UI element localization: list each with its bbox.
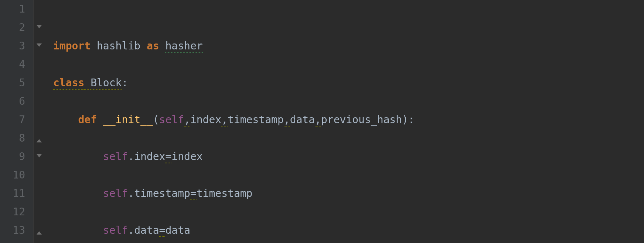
fold-close-icon[interactable] [36, 136, 42, 143]
line-number[interactable]: 1 [0, 0, 25, 18]
equals: = [165, 150, 171, 163]
equals: = [159, 224, 166, 237]
line-number[interactable]: 8 [0, 129, 25, 147]
value: index [171, 150, 202, 163]
line-number[interactable]: 4 [0, 55, 25, 74]
param: previous_hash [321, 114, 402, 126]
attr: index [134, 150, 165, 163]
comma: , [315, 114, 321, 126]
fold-open-icon[interactable] [36, 153, 42, 160]
equals: = [190, 187, 197, 200]
code-area[interactable]: import hashlib as hasher class Block: de… [45, 0, 644, 243]
param: data [290, 114, 315, 126]
func-name: __init__ [103, 114, 153, 126]
fold-open-icon[interactable] [36, 24, 42, 31]
line-number[interactable]: 11 [0, 184, 25, 203]
code-line[interactable]: class Block: [53, 74, 644, 92]
dot: . [128, 150, 134, 163]
module-name: hashlib [97, 40, 140, 52]
dot: . [128, 187, 134, 199]
line-number[interactable]: 2 [0, 18, 25, 37]
attr: timestamp [134, 187, 190, 199]
colon: : [408, 114, 415, 126]
keyword-as: as [147, 40, 159, 52]
line-number[interactable]: 5 [0, 74, 25, 92]
line-number[interactable]: 6 [0, 92, 25, 111]
fold-open-icon[interactable] [36, 43, 42, 49]
code-line[interactable]: self.data=data [53, 221, 644, 240]
code-line[interactable]: def __init__(self,index,timestamp,data,p… [53, 111, 644, 129]
keyword-def: def [78, 114, 97, 126]
param: index [190, 114, 221, 126]
comma: , [284, 114, 290, 126]
value: timestamp [197, 187, 253, 199]
self-ref: self [103, 187, 128, 199]
code-line[interactable]: self.timestamp=timestamp [53, 184, 644, 203]
line-number[interactable]: 12 [0, 203, 25, 221]
paren-open: ( [153, 114, 159, 126]
fold-close-icon[interactable] [36, 229, 42, 235]
comma: , [221, 114, 228, 126]
alias-name: hasher [165, 40, 202, 53]
keyword-import: import [53, 40, 91, 52]
dot: . [128, 224, 134, 236]
fold-gutter [33, 0, 45, 243]
code-editor[interactable]: 1 2 3 4 5 6 7 8 9 10 11 12 13 import has… [0, 0, 644, 243]
line-number-gutter: 1 2 3 4 5 6 7 8 9 10 11 12 13 [0, 0, 33, 243]
value: data [165, 224, 190, 236]
line-number[interactable]: 7 [0, 111, 25, 129]
code-line[interactable]: import hashlib as hasher [53, 37, 644, 55]
code-line[interactable]: self.index=index [53, 147, 644, 166]
line-number[interactable]: 10 [0, 166, 25, 184]
class-name: Block [91, 77, 122, 90]
line-number[interactable]: 13 [0, 221, 25, 240]
paren-close: ) [402, 114, 408, 126]
self-ref: self [103, 150, 128, 163]
line-number[interactable]: 9 [0, 147, 25, 166]
self-ref: self [103, 224, 128, 236]
keyword-class: class [53, 77, 84, 90]
param: timestamp [228, 114, 284, 126]
line-number[interactable]: 3 [0, 37, 25, 55]
attr: data [134, 224, 159, 236]
colon: : [122, 77, 128, 89]
param-self: self [159, 114, 184, 126]
comma: , [184, 114, 190, 126]
